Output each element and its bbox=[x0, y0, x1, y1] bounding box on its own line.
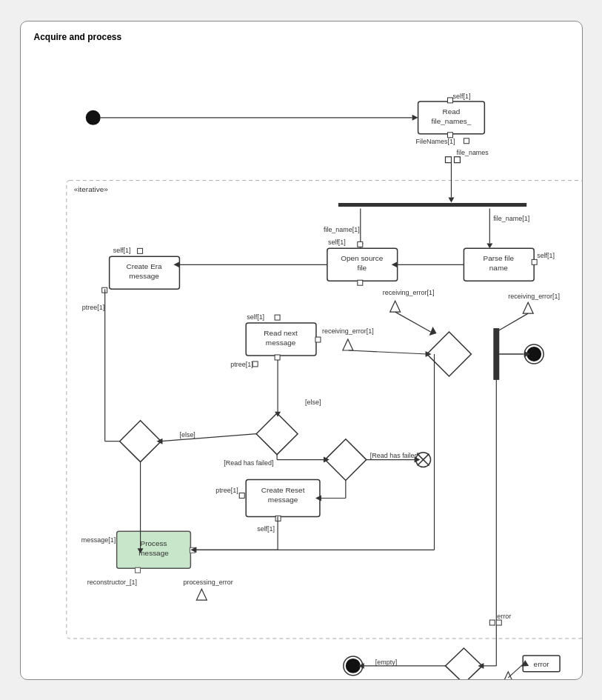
svg-text:receiving_error[1]: receiving_error[1] bbox=[382, 289, 434, 296]
svg-text:Parse file: Parse file bbox=[483, 254, 514, 262]
svg-text:Read next: Read next bbox=[264, 329, 298, 337]
svg-text:self[1]: self[1] bbox=[257, 525, 275, 533]
svg-text:message: message bbox=[267, 496, 298, 504]
svg-text:error: error bbox=[497, 613, 511, 620]
svg-text:[else]: [else] bbox=[304, 398, 320, 405]
svg-rect-40 bbox=[137, 248, 142, 253]
svg-text:[else]: [else] bbox=[179, 430, 195, 438]
else-diamond-left bbox=[119, 420, 161, 461]
svg-rect-11 bbox=[445, 156, 451, 162]
svg-text:file_names_: file_names_ bbox=[431, 116, 471, 124]
svg-text:[empty]: [empty] bbox=[375, 658, 396, 665]
svg-text:message[1]: message[1] bbox=[81, 536, 115, 544]
svg-rect-32 bbox=[532, 259, 537, 264]
svg-text:Read: Read bbox=[442, 107, 460, 115]
iterative-label: «iterative» bbox=[73, 184, 107, 193]
svg-text:[Read has failed]: [Read has failed] bbox=[369, 451, 419, 459]
svg-line-61 bbox=[348, 350, 427, 354]
svg-rect-108 bbox=[489, 620, 495, 625]
svg-text:Process: Process bbox=[140, 539, 167, 547]
svg-text:error: error bbox=[533, 659, 549, 667]
svg-rect-25 bbox=[357, 241, 362, 247]
svg-text:receiving_error[1]: receiving_error[1] bbox=[508, 293, 560, 300]
svg-marker-95 bbox=[196, 589, 207, 600]
svg-text:ptree[1]: ptree[1] bbox=[230, 360, 252, 367]
svg-line-68 bbox=[161, 433, 256, 441]
svg-marker-2 bbox=[412, 114, 418, 120]
svg-text:message: message bbox=[138, 549, 169, 557]
svg-marker-60 bbox=[429, 327, 436, 336]
svg-text:name: name bbox=[489, 264, 507, 272]
svg-rect-6 bbox=[447, 97, 452, 102]
svg-text:FileNames[1]: FileNames[1] bbox=[415, 137, 455, 144]
svg-text:self[1]: self[1] bbox=[247, 313, 264, 321]
svg-text:self[1]: self[1] bbox=[537, 252, 555, 259]
main-decision-diamond bbox=[427, 332, 471, 376]
svg-marker-51 bbox=[342, 339, 352, 350]
diagram-svg: «iterative» Read file_names_ self[1] Fil… bbox=[21, 21, 582, 679]
svg-text:self[1]: self[1] bbox=[452, 92, 470, 99]
svg-marker-34 bbox=[523, 302, 533, 313]
svg-rect-9 bbox=[464, 138, 469, 143]
svg-text:file_name[1]: file_name[1] bbox=[493, 215, 529, 222]
svg-text:message: message bbox=[129, 272, 159, 280]
svg-text:Create Era: Create Era bbox=[126, 262, 162, 270]
svg-marker-114 bbox=[503, 671, 513, 679]
svg-marker-19 bbox=[486, 243, 492, 248]
svg-line-116 bbox=[508, 664, 523, 677]
svg-rect-54 bbox=[252, 361, 258, 366]
svg-text:Create Reset: Create Reset bbox=[261, 486, 304, 494]
read-failed-diamond bbox=[324, 439, 366, 480]
svg-text:processing_error: processing_error bbox=[183, 579, 233, 586]
svg-marker-14 bbox=[448, 197, 454, 202]
svg-rect-26 bbox=[357, 280, 362, 285]
svg-marker-28 bbox=[389, 301, 400, 312]
svg-rect-12 bbox=[454, 156, 460, 162]
svg-rect-52 bbox=[275, 354, 280, 359]
svg-text:[Read has failed]: [Read has failed] bbox=[224, 459, 273, 466]
svg-text:Open source: Open source bbox=[341, 254, 384, 262]
svg-rect-91 bbox=[135, 567, 140, 573]
svg-text:reconstructor_[1]: reconstructor_[1] bbox=[87, 579, 136, 586]
svg-text:self[1]: self[1] bbox=[327, 239, 345, 246]
final-decision-diamond bbox=[445, 647, 482, 679]
svg-text:self[1]: self[1] bbox=[113, 247, 130, 254]
svg-rect-85 bbox=[239, 493, 244, 498]
svg-rect-48 bbox=[275, 315, 280, 320]
svg-text:file_name[1]: file_name[1] bbox=[323, 226, 359, 233]
svg-rect-49 bbox=[315, 337, 320, 342]
svg-text:receiving_error[1]: receiving_error[1] bbox=[321, 327, 373, 335]
svg-rect-109 bbox=[496, 620, 501, 625]
svg-line-63 bbox=[496, 313, 528, 332]
svg-text:message: message bbox=[265, 339, 295, 347]
svg-rect-7 bbox=[447, 132, 452, 137]
diagram-container: Acquire and process «iterative» Read fil… bbox=[20, 21, 583, 680]
svg-text:file_names: file_names bbox=[456, 148, 489, 156]
else-diamond-right bbox=[256, 413, 298, 454]
start-circle bbox=[85, 110, 100, 124]
svg-text:ptree[1]: ptree[1] bbox=[81, 304, 104, 311]
svg-text:file: file bbox=[357, 264, 367, 272]
svg-text:ptree[1]: ptree[1] bbox=[215, 487, 238, 494]
svg-line-59 bbox=[395, 312, 430, 332]
